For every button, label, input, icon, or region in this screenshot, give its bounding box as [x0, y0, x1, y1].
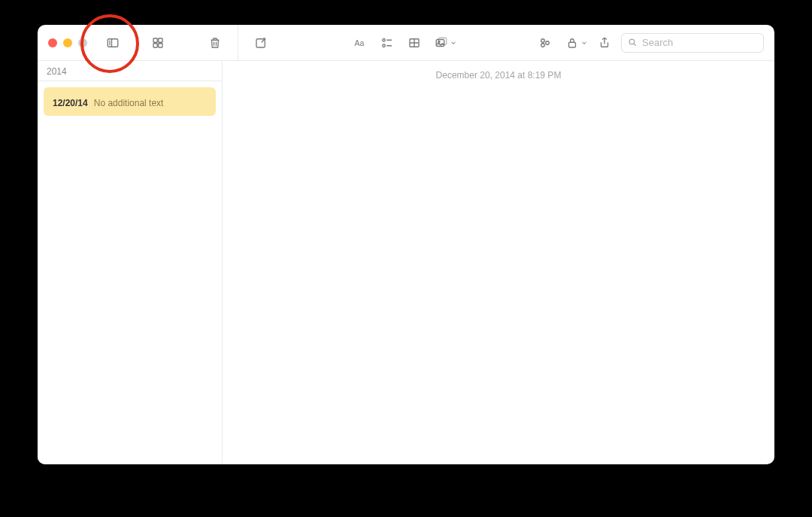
- svg-rect-7: [153, 43, 157, 47]
- chevron-down-icon: [450, 39, 457, 47]
- note-editor[interactable]: December 20, 2014 at 8:19 PM: [223, 61, 774, 464]
- link-note-button[interactable]: [535, 32, 556, 53]
- zoom-window-button[interactable]: [78, 38, 87, 47]
- svg-point-27: [629, 39, 635, 44]
- svg-point-15: [382, 44, 384, 47]
- share-icon: [598, 36, 611, 50]
- toolbar: Aa: [38, 25, 774, 61]
- notes-list-sidebar: 2014 12/20/14 No additional text: [38, 61, 223, 464]
- notes-group-header: 2014: [38, 61, 222, 81]
- checklist-icon: [380, 36, 394, 50]
- svg-rect-5: [153, 38, 157, 42]
- svg-rect-8: [159, 43, 162, 47]
- svg-point-13: [382, 38, 384, 41]
- minimize-window-button[interactable]: [63, 38, 72, 47]
- gallery-view-button[interactable]: [147, 32, 168, 53]
- link-icon: [538, 36, 552, 50]
- svg-rect-6: [159, 38, 162, 42]
- trash-icon: [208, 36, 222, 50]
- note-body[interactable]: [236, 85, 761, 88]
- close-window-button[interactable]: [48, 38, 57, 47]
- table-button[interactable]: [404, 32, 425, 53]
- lock-note-button[interactable]: [562, 32, 583, 53]
- share-button[interactable]: [594, 32, 615, 53]
- svg-rect-26: [569, 42, 576, 47]
- svg-point-4: [110, 44, 111, 44]
- notes-list: 12/20/14 No additional text: [38, 81, 222, 122]
- note-meta: 12/20/14 No additional text: [53, 98, 207, 108]
- delete-note-button[interactable]: [205, 32, 226, 53]
- search-input[interactable]: [642, 37, 757, 48]
- media-button[interactable]: [431, 32, 452, 53]
- svg-point-3: [110, 42, 111, 43]
- search-field[interactable]: [621, 33, 764, 53]
- note-date: 12/20/14: [53, 98, 88, 108]
- lock-icon: [565, 36, 579, 50]
- grid-icon: [151, 36, 165, 50]
- view-toggle-button[interactable]: [102, 32, 123, 53]
- table-icon: [408, 36, 421, 50]
- new-note-button[interactable]: [250, 32, 271, 53]
- window-controls: [48, 38, 87, 47]
- chevron-down-icon: [580, 39, 588, 47]
- notes-window: Aa: [38, 25, 774, 464]
- photo-icon: [435, 36, 448, 50]
- checklist-button[interactable]: [377, 32, 398, 53]
- svg-point-25: [541, 43, 545, 47]
- note-item[interactable]: 12/20/14 No additional text: [44, 87, 216, 116]
- svg-text:Aa: Aa: [354, 38, 364, 47]
- svg-point-2: [110, 41, 111, 41]
- text-format-icon: Aa: [353, 36, 367, 50]
- format-button[interactable]: Aa: [350, 32, 371, 53]
- search-icon: [628, 38, 638, 47]
- svg-point-23: [541, 38, 545, 42]
- content-area: 2014 12/20/14 No additional text Decembe…: [38, 61, 774, 464]
- note-preview: No additional text: [94, 98, 164, 108]
- note-timestamp: December 20, 2014 at 8:19 PM: [236, 68, 761, 85]
- svg-line-28: [634, 44, 636, 46]
- compose-icon: [254, 36, 268, 50]
- svg-point-24: [546, 41, 550, 44]
- sidebar-icon: [106, 36, 120, 50]
